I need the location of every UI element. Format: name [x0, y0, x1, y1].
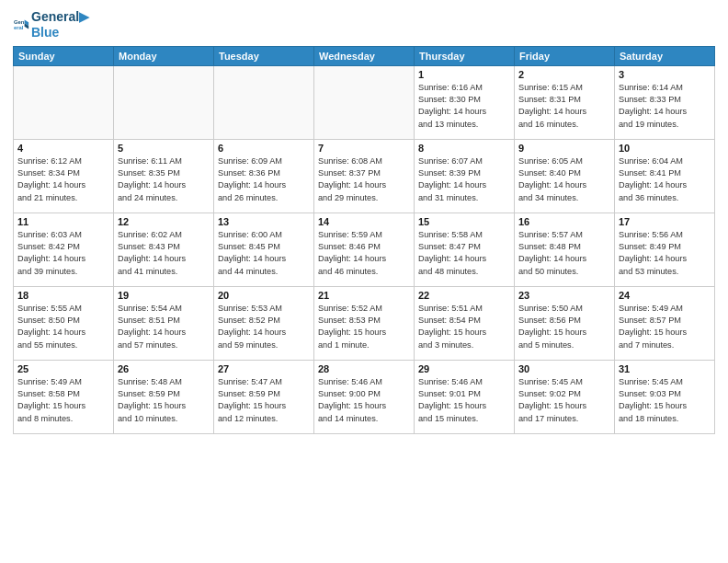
calendar-cell: 6Sunrise: 6:09 AM Sunset: 8:36 PM Daylig… [214, 139, 314, 213]
day-number: 8 [418, 143, 510, 154]
calendar-cell: 15Sunrise: 5:58 AM Sunset: 8:47 PM Dayli… [415, 213, 515, 286]
cell-content: Sunrise: 6:02 AM Sunset: 8:43 PM Dayligh… [118, 229, 210, 278]
calendar-cell [314, 65, 415, 139]
header-row: SundayMondayTuesdayWednesdayThursdayFrid… [14, 46, 715, 65]
day-number: 25 [17, 363, 109, 374]
col-header-saturday: Saturday [615, 46, 715, 65]
cell-content: Sunrise: 5:57 AM Sunset: 8:48 PM Dayligh… [518, 229, 610, 278]
cell-content: Sunrise: 6:04 AM Sunset: 8:41 PM Dayligh… [619, 155, 711, 204]
cell-content: Sunrise: 5:55 AM Sunset: 8:50 PM Dayligh… [17, 303, 109, 351]
day-number: 29 [418, 363, 510, 374]
week-row-3: 11Sunrise: 6:03 AM Sunset: 8:42 PM Dayli… [14, 213, 715, 286]
day-number: 28 [318, 363, 410, 374]
cell-content: Sunrise: 6:16 AM Sunset: 8:30 PM Dayligh… [418, 82, 510, 131]
week-row-4: 18Sunrise: 5:55 AM Sunset: 8:50 PM Dayli… [14, 286, 715, 360]
cell-content: Sunrise: 5:49 AM Sunset: 8:57 PM Dayligh… [619, 303, 711, 351]
cell-content: Sunrise: 5:54 AM Sunset: 8:51 PM Dayligh… [118, 303, 210, 351]
day-number: 26 [118, 363, 210, 374]
header: Gen eral General▶ Blue [13, 9, 715, 40]
cell-content: Sunrise: 5:46 AM Sunset: 9:00 PM Dayligh… [318, 376, 410, 425]
calendar-cell: 13Sunrise: 6:00 AM Sunset: 8:45 PM Dayli… [214, 213, 314, 286]
day-number: 4 [17, 143, 109, 154]
page: Gen eral General▶ Blue SundayMondayTuesd… [0, 0, 728, 563]
calendar-cell: 31Sunrise: 5:45 AM Sunset: 9:03 PM Dayli… [615, 360, 715, 433]
cell-content: Sunrise: 6:00 AM Sunset: 8:45 PM Dayligh… [218, 229, 310, 278]
cell-content: Sunrise: 6:05 AM Sunset: 8:40 PM Dayligh… [518, 155, 610, 204]
cell-content: Sunrise: 6:11 AM Sunset: 8:35 PM Dayligh… [118, 155, 210, 204]
calendar-cell: 28Sunrise: 5:46 AM Sunset: 9:00 PM Dayli… [314, 360, 415, 433]
cell-content: Sunrise: 6:12 AM Sunset: 8:34 PM Dayligh… [17, 155, 109, 204]
calendar-cell: 8Sunrise: 6:07 AM Sunset: 8:39 PM Daylig… [415, 139, 515, 213]
calendar-cell: 17Sunrise: 5:56 AM Sunset: 8:49 PM Dayli… [615, 213, 715, 286]
col-header-thursday: Thursday [415, 46, 515, 65]
day-number: 10 [619, 143, 711, 154]
calendar-cell: 11Sunrise: 6:03 AM Sunset: 8:42 PM Dayli… [14, 213, 114, 286]
day-number: 31 [619, 363, 711, 374]
day-number: 12 [118, 216, 210, 227]
calendar-cell: 30Sunrise: 5:45 AM Sunset: 9:02 PM Dayli… [515, 360, 615, 433]
calendar-cell: 25Sunrise: 5:49 AM Sunset: 8:58 PM Dayli… [14, 360, 114, 433]
cell-content: Sunrise: 6:08 AM Sunset: 8:37 PM Dayligh… [318, 155, 410, 204]
day-number: 3 [619, 69, 711, 80]
cell-content: Sunrise: 6:07 AM Sunset: 8:39 PM Dayligh… [418, 155, 510, 204]
day-number: 30 [518, 363, 610, 374]
calendar-cell: 1Sunrise: 6:16 AM Sunset: 8:30 PM Daylig… [415, 65, 515, 139]
day-number: 6 [218, 143, 310, 154]
week-row-5: 25Sunrise: 5:49 AM Sunset: 8:58 PM Dayli… [14, 360, 715, 433]
day-number: 1 [418, 69, 510, 80]
calendar-cell: 9Sunrise: 6:05 AM Sunset: 8:40 PM Daylig… [515, 139, 615, 213]
calendar-table: SundayMondayTuesdayWednesdayThursdayFrid… [13, 46, 715, 434]
day-number: 23 [518, 290, 610, 301]
week-row-2: 4Sunrise: 6:12 AM Sunset: 8:34 PM Daylig… [14, 139, 715, 213]
calendar-cell: 10Sunrise: 6:04 AM Sunset: 8:41 PM Dayli… [615, 139, 715, 213]
calendar-cell: 29Sunrise: 5:46 AM Sunset: 9:01 PM Dayli… [415, 360, 515, 433]
calendar-cell: 18Sunrise: 5:55 AM Sunset: 8:50 PM Dayli… [14, 286, 114, 360]
day-number: 21 [318, 290, 410, 301]
day-number: 9 [518, 143, 610, 154]
calendar-cell: 20Sunrise: 5:53 AM Sunset: 8:52 PM Dayli… [214, 286, 314, 360]
day-number: 16 [518, 216, 610, 227]
day-number: 22 [418, 290, 510, 301]
cell-content: Sunrise: 6:14 AM Sunset: 8:33 PM Dayligh… [619, 82, 711, 131]
day-number: 24 [619, 290, 711, 301]
cell-content: Sunrise: 6:15 AM Sunset: 8:31 PM Dayligh… [518, 82, 610, 131]
week-row-1: 1Sunrise: 6:16 AM Sunset: 8:30 PM Daylig… [14, 65, 715, 139]
calendar-cell: 5Sunrise: 6:11 AM Sunset: 8:35 PM Daylig… [114, 139, 214, 213]
svg-text:eral: eral [14, 24, 24, 29]
cell-content: Sunrise: 5:50 AM Sunset: 8:56 PM Dayligh… [518, 303, 610, 351]
calendar-cell: 3Sunrise: 6:14 AM Sunset: 8:33 PM Daylig… [615, 65, 715, 139]
logo: Gen eral General▶ Blue [13, 9, 89, 40]
calendar-cell: 4Sunrise: 6:12 AM Sunset: 8:34 PM Daylig… [14, 139, 114, 213]
cell-content: Sunrise: 5:49 AM Sunset: 8:58 PM Dayligh… [17, 376, 109, 425]
logo-icon: Gen eral [13, 17, 29, 33]
calendar-cell [214, 65, 314, 139]
cell-content: Sunrise: 6:09 AM Sunset: 8:36 PM Dayligh… [218, 155, 310, 204]
day-number: 13 [218, 216, 310, 227]
day-number: 2 [518, 69, 610, 80]
day-number: 7 [318, 143, 410, 154]
calendar-cell: 16Sunrise: 5:57 AM Sunset: 8:48 PM Dayli… [515, 213, 615, 286]
calendar-cell: 24Sunrise: 5:49 AM Sunset: 8:57 PM Dayli… [615, 286, 715, 360]
calendar-cell: 14Sunrise: 5:59 AM Sunset: 8:46 PM Dayli… [314, 213, 415, 286]
day-number: 19 [118, 290, 210, 301]
calendar-cell: 12Sunrise: 6:02 AM Sunset: 8:43 PM Dayli… [114, 213, 214, 286]
day-number: 20 [218, 290, 310, 301]
calendar-cell: 21Sunrise: 5:52 AM Sunset: 8:53 PM Dayli… [314, 286, 415, 360]
calendar-cell: 22Sunrise: 5:51 AM Sunset: 8:54 PM Dayli… [415, 286, 515, 360]
day-number: 17 [619, 216, 711, 227]
day-number: 15 [418, 216, 510, 227]
calendar-cell [14, 65, 114, 139]
day-number: 18 [17, 290, 109, 301]
day-number: 11 [17, 216, 109, 227]
calendar-cell: 7Sunrise: 6:08 AM Sunset: 8:37 PM Daylig… [314, 139, 415, 213]
col-header-monday: Monday [114, 46, 214, 65]
day-number: 5 [118, 143, 210, 154]
day-number: 14 [318, 216, 410, 227]
cell-content: Sunrise: 5:53 AM Sunset: 8:52 PM Dayligh… [218, 303, 310, 351]
cell-content: Sunrise: 5:59 AM Sunset: 8:46 PM Dayligh… [318, 229, 410, 278]
cell-content: Sunrise: 5:45 AM Sunset: 9:02 PM Dayligh… [518, 376, 610, 425]
calendar-cell: 27Sunrise: 5:47 AM Sunset: 8:59 PM Dayli… [214, 360, 314, 433]
cell-content: Sunrise: 6:03 AM Sunset: 8:42 PM Dayligh… [17, 229, 109, 278]
day-number: 27 [218, 363, 310, 374]
calendar-cell: 19Sunrise: 5:54 AM Sunset: 8:51 PM Dayli… [114, 286, 214, 360]
